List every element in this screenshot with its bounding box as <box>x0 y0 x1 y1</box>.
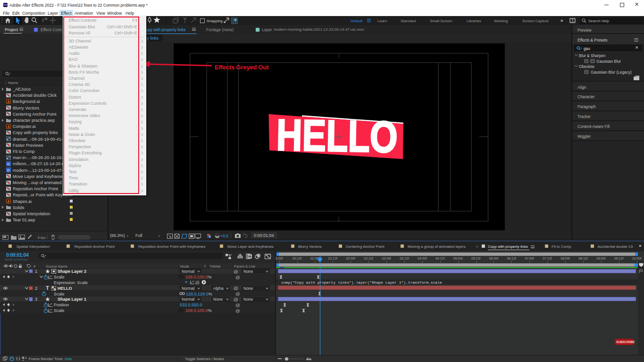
svg-text:32: 32 <box>585 70 588 74</box>
svg-text:M: M <box>591 59 594 63</box>
svg-text:32: 32 <box>585 59 588 63</box>
svg-text:HELLO: HELLO <box>276 110 398 162</box>
